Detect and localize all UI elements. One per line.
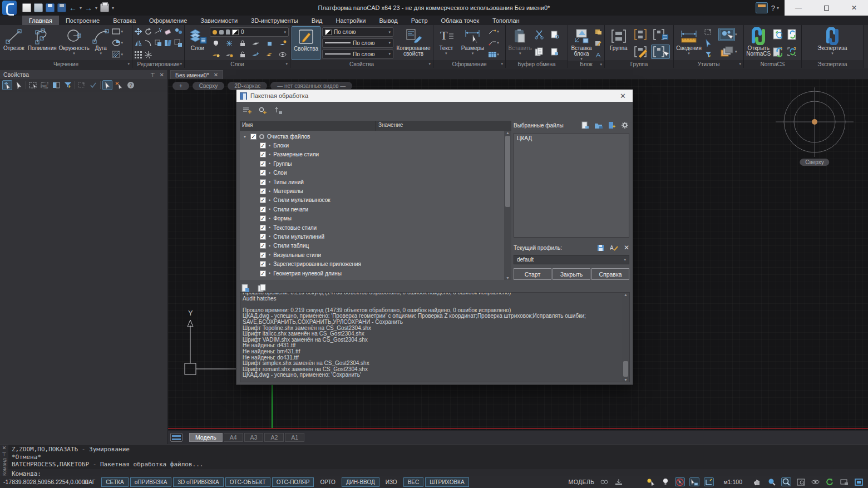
scroll-up-icon[interactable]: ▲ (506, 131, 510, 135)
no-selection-preview-icon[interactable] (675, 477, 685, 486)
normacs-link-icon[interactable] (787, 45, 796, 58)
ribbon-tab[interactable]: Построение (59, 16, 106, 25)
add-files-plus-icon[interactable] (607, 121, 616, 130)
layout-tab[interactable]: A1 (285, 433, 304, 442)
checkbox-checked[interactable]: ✓ (260, 243, 266, 249)
zoom-icon[interactable] (767, 477, 777, 486)
group-label-drawing[interactable]: Черчение▾ (0, 60, 132, 68)
chevron-down-icon[interactable]: ▾ (73, 52, 75, 55)
edit-group-icon[interactable] (632, 45, 649, 59)
linetype-select[interactable]: По слою▾ (322, 38, 393, 48)
regen-icon[interactable] (825, 477, 835, 486)
trim-icon[interactable] (154, 27, 163, 36)
dialog-close-icon[interactable]: ✕ (617, 92, 629, 100)
scale-icon[interactable] (174, 38, 183, 47)
status-toggle[interactable]: СЕТКА (101, 477, 129, 487)
group-label-properties[interactable]: Свойства▾ (290, 60, 433, 68)
checkbox-checked[interactable]: ✓ (260, 170, 266, 176)
ribbon-tab[interactable]: Вывод (372, 16, 404, 25)
save-profile-icon[interactable] (596, 243, 605, 252)
ribbon-tab[interactable]: Растр (405, 16, 435, 25)
stretch-icon[interactable] (164, 38, 173, 47)
tree-parent-row[interactable]: ▾ ✓ Очистка файлов (240, 132, 504, 141)
text-button[interactable]: T Текст ▾ (435, 26, 458, 60)
ungroup-icon[interactable] (632, 27, 649, 42)
undo-dropdown-icon[interactable]: ▾ (80, 6, 82, 11)
layout-tab[interactable]: A3 (244, 433, 264, 442)
line-tool-button[interactable]: Отрезок (1, 26, 26, 60)
new-document-icon[interactable] (22, 3, 31, 12)
table-tool-button[interactable]: ▾ (487, 50, 504, 59)
help-icon[interactable]: ? (126, 80, 136, 90)
restore-button[interactable] (812, 0, 840, 16)
checkbox-checked[interactable]: ✓ (260, 270, 266, 277)
annotation-link-icon[interactable] (599, 477, 609, 486)
save-log-icon[interactable] (241, 283, 250, 292)
command-history[interactable]: Z,ZOOM,ПО,ПОКАЗАТЬ - Зумирование*Отмена*… (8, 445, 868, 470)
group-label-expertise[interactable]: Экспертиза (802, 60, 863, 68)
file-item[interactable]: ЦКАД (517, 135, 626, 141)
layer-match-icon[interactable] (278, 39, 288, 48)
help-button[interactable]: Справка (591, 268, 629, 280)
group-button[interactable]: Группа (606, 26, 632, 60)
lineweight-select[interactable]: По слою▾ (322, 50, 393, 59)
checkbox-checked[interactable]: ✓ (260, 215, 266, 221)
light-cursor-icon[interactable] (646, 477, 656, 486)
group-label-clipboard[interactable]: Буфер обмена (506, 60, 568, 68)
zoom-extents-icon[interactable] (796, 477, 806, 486)
create-block-icon[interactable] (594, 27, 602, 36)
delete-profile-icon[interactable]: ✕ (624, 244, 629, 252)
add-parameter-icon[interactable] (258, 106, 268, 115)
tree-row[interactable]: ✓ • Типы линий (240, 178, 504, 186)
viewport-control-pill[interactable]: + (172, 82, 189, 90)
chevron-down-icon[interactable]: ▾ (100, 52, 102, 55)
move-paste-icon[interactable] (703, 27, 713, 36)
expertise-button[interactable]: Экспертиза ▾ (807, 26, 857, 60)
ribbon-mode-icon[interactable] (756, 2, 768, 13)
ribbon-tab[interactable]: Вставка (106, 16, 142, 25)
layer-select[interactable]: 0 ▾ (210, 27, 289, 37)
status-toggle[interactable]: оПРИВЯЗКА (130, 477, 172, 487)
checkbox-checked[interactable]: ✓ (260, 151, 266, 157)
paste-button[interactable]: Вставить ▾ (507, 26, 534, 60)
dialog-title-bar[interactable]: Пакетная обработка ✕ (236, 90, 633, 102)
help-button[interactable]: ? (771, 4, 775, 12)
selection-filter-icon[interactable] (63, 80, 73, 90)
status-toggle[interactable]: ВЕС (403, 477, 424, 487)
qat-customize-icon[interactable]: ▾ (112, 6, 114, 11)
collapse-icon[interactable]: ▾ (242, 134, 248, 139)
checkbox-checked[interactable]: ✓ (260, 179, 266, 185)
scroll-down-icon[interactable]: ▼ (624, 378, 628, 382)
tree-scrollbar[interactable]: ▲ ▼ (504, 131, 511, 280)
tree-row[interactable]: ✓ • Стили таблиц (240, 241, 504, 250)
scrollbar-thumb[interactable] (505, 136, 510, 207)
redo-dropdown-icon[interactable]: ▾ (95, 6, 97, 11)
group-label-normacs[interactable]: NormaCS (744, 60, 801, 68)
hatch-tool-button[interactable]: ▾ (111, 50, 131, 59)
annotation-scale[interactable]: м1:100 (724, 479, 743, 485)
operations-list-icon[interactable] (242, 106, 252, 115)
lasso-select-icon[interactable]: sel (40, 80, 50, 90)
close-panel-icon[interactable]: ✕ (160, 72, 164, 78)
close-tab-icon[interactable]: ✕ (214, 72, 218, 78)
close-panel-icon[interactable]: ✕ (2, 445, 7, 451)
scroll-up-icon[interactable]: ▲ (624, 293, 628, 297)
status-toggle[interactable]: 3D оПРИВЯЗКА (173, 477, 223, 487)
select-similar-button[interactable]: ▾ (718, 28, 742, 41)
checkbox-checked[interactable]: ✓ (260, 225, 266, 231)
start-button[interactable]: Старт (514, 268, 551, 280)
log-scrollbar[interactable]: ▲ ▼ (622, 293, 629, 382)
properties-button[interactable]: Свойства (292, 26, 320, 60)
rename-profile-icon[interactable]: A (610, 243, 619, 252)
ribbon-tab[interactable]: 3D-инструменты (244, 16, 305, 25)
checkbox-checked[interactable]: ✓ (260, 234, 266, 240)
ribbon-tab[interactable]: Топоплан (486, 16, 526, 25)
add-selection-icon[interactable] (2, 80, 12, 90)
tree-row[interactable]: ✓ • Слои (240, 169, 504, 178)
copy-doc-icon[interactable] (534, 47, 544, 56)
status-toggle[interactable]: ШТРИХОВКА (425, 477, 468, 487)
select-group-icon[interactable] (651, 45, 670, 59)
move-selection-icon[interactable] (77, 80, 87, 90)
layer-new-icon[interactable] (265, 39, 274, 48)
ribbon-tab[interactable]: Зависимости (194, 16, 244, 25)
